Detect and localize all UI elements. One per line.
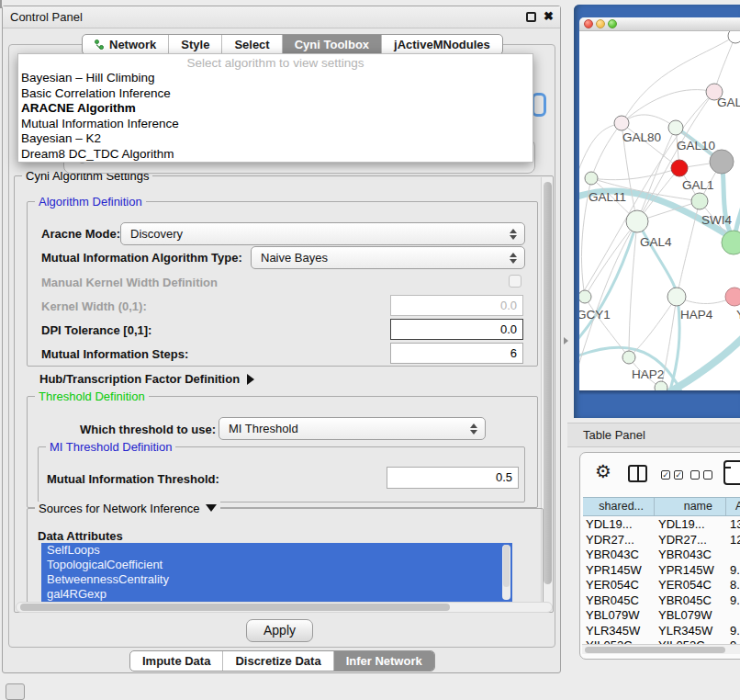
scrollbar-thumb[interactable] bbox=[503, 545, 510, 587]
tab-impute-data[interactable]: Impute Data bbox=[130, 651, 222, 671]
network-icon bbox=[95, 40, 105, 51]
table-row[interactable]: YER054C YER054C 8. bbox=[583, 578, 740, 593]
columns-icon[interactable] bbox=[628, 465, 647, 482]
node-label: GAL11 bbox=[589, 190, 626, 204]
select-all-icon[interactable]: ✓✓ bbox=[661, 470, 683, 480]
cell: 9. bbox=[726, 593, 740, 609]
float-icon[interactable] bbox=[526, 12, 536, 22]
mi-steps-field[interactable]: 6 bbox=[390, 343, 523, 364]
tab-infer-network[interactable]: Infer Network bbox=[333, 651, 434, 671]
mi-threshold-label: Mutual Information Threshold: bbox=[47, 472, 219, 486]
node-salmon[interactable] bbox=[725, 288, 740, 306]
column-header[interactable]: A bbox=[726, 498, 740, 515]
node-gray[interactable] bbox=[710, 150, 734, 174]
close-icon[interactable]: ✖ bbox=[544, 9, 554, 23]
group-title: Algorithm Definition bbox=[35, 195, 146, 209]
node-gal80[interactable] bbox=[614, 116, 629, 130]
gear-icon[interactable]: ⚙ bbox=[595, 460, 611, 482]
algorithm-option[interactable]: Basic Correlation Inference bbox=[18, 86, 533, 102]
table-row[interactable]: YBR045C YBR045C 9. bbox=[583, 593, 740, 609]
scrollbar-thumb[interactable] bbox=[20, 604, 450, 611]
minimize-traffic-light[interactable] bbox=[596, 19, 605, 28]
node-hap2[interactable] bbox=[622, 351, 635, 364]
mi-threshold-field[interactable]: 0.5 bbox=[387, 467, 519, 489]
node-label: HAP2 bbox=[632, 367, 664, 381]
dpi-tolerance-field[interactable]: 0.0 bbox=[390, 319, 523, 340]
tab-label: Infer Network bbox=[346, 651, 422, 671]
control-panel-titlebar: Control Panel ✖ bbox=[3, 6, 560, 28]
cell: YBR045C bbox=[583, 593, 655, 609]
algorithm-option[interactable]: Bayesian – Hill Climbing bbox=[18, 71, 533, 86]
network-canvas[interactable]: GAL GAL80 GAL10 GAL1 GAL11 SWI4 GAL4 GCY… bbox=[579, 31, 740, 390]
node-gal4[interactable] bbox=[626, 210, 648, 232]
cell: YBL079W bbox=[655, 608, 726, 624]
manual-kernel-label: Manual Kernel Width Definition bbox=[41, 276, 218, 289]
window-titlebar[interactable] bbox=[579, 17, 740, 31]
sources-toggle[interactable]: Sources for Network Inference bbox=[35, 502, 220, 515]
column-header[interactable]: shared... bbox=[583, 498, 655, 515]
algorithm-option[interactable]: Dream8 DC_TDC Algorithm bbox=[18, 147, 533, 163]
settings-horizontal-scrollbar[interactable] bbox=[16, 602, 553, 613]
algorithm-option[interactable]: Mutual Information Inference bbox=[18, 117, 533, 132]
algorithm-option-selected[interactable]: ARACNE Algorithm bbox=[18, 101, 533, 117]
algorithm-combo-spinner[interactable] bbox=[532, 93, 546, 117]
table-row[interactable]: YDL19... YDL19... 13 bbox=[583, 517, 740, 533]
hub-definition-toggle[interactable]: Hub/Transcription Factor Definition bbox=[39, 372, 254, 386]
deselect-all-icon[interactable] bbox=[690, 470, 712, 480]
tab-jactivemnodules[interactable]: jActiveMNodules bbox=[381, 35, 502, 54]
cell: YER054C bbox=[583, 578, 655, 593]
apply-button[interactable]: Apply bbox=[246, 619, 313, 642]
close-traffic-light[interactable] bbox=[584, 19, 593, 28]
kernel-width-field: 0.0 bbox=[390, 295, 523, 316]
column-header[interactable]: name bbox=[655, 498, 726, 515]
node-hap4[interactable] bbox=[667, 288, 686, 306]
data-attributes-list: SelfLoops TopologicalCoefficient Between… bbox=[41, 543, 512, 604]
node-partial-top[interactable] bbox=[728, 31, 740, 43]
tab-network[interactable]: Network bbox=[83, 35, 168, 54]
data-attributes-label: Data Attributes bbox=[38, 529, 123, 543]
list-vertical-scrollbar[interactable] bbox=[502, 545, 510, 600]
table-horizontal-scrollbar[interactable] bbox=[582, 644, 740, 654]
tab-select[interactable]: Select bbox=[221, 35, 281, 54]
cell: YPR145W bbox=[655, 563, 726, 579]
expanded-arrow-icon bbox=[206, 504, 217, 512]
node-gal10[interactable] bbox=[668, 120, 683, 135]
bottom-left-widget[interactable] bbox=[6, 683, 25, 700]
table-row[interactable]: YDR27... YDR27... 12 bbox=[583, 533, 740, 548]
table-row[interactable]: YLR345W YLR345W 9. bbox=[583, 624, 740, 639]
list-item[interactable]: TopologicalCoefficient bbox=[41, 558, 512, 572]
bottom-tab-bar: Impute Data Discretize Data Infer Networ… bbox=[129, 650, 435, 672]
screen: Control Panel ✖ Network Style Select Cyn… bbox=[0, 0, 740, 700]
node-gal11[interactable] bbox=[585, 172, 598, 185]
table-row[interactable]: YBL079W YBL079W bbox=[583, 608, 740, 624]
list-item[interactable]: SelfLoops bbox=[41, 543, 512, 558]
mi-type-combobox[interactable]: Naive Bayes bbox=[251, 246, 525, 269]
collapsed-arrow-icon bbox=[247, 374, 254, 385]
aracne-mode-combobox[interactable]: Discovery bbox=[120, 222, 525, 245]
list-item[interactable]: gal4RGexp bbox=[41, 587, 512, 602]
scrollbar-thumb[interactable] bbox=[544, 182, 552, 584]
tab-style[interactable]: Style bbox=[168, 35, 221, 54]
node-red[interactable] bbox=[671, 160, 688, 176]
node-gcy1[interactable] bbox=[579, 290, 591, 303]
combo-value: MI Threshold bbox=[229, 422, 298, 435]
cell: YLR345W bbox=[655, 624, 726, 639]
node-swi4[interactable] bbox=[691, 193, 708, 209]
which-threshold-combobox[interactable]: MI Threshold bbox=[219, 417, 486, 440]
kernel-width-label: Kernel Width (0,1): bbox=[41, 299, 147, 313]
node-label: GAL bbox=[717, 96, 740, 109]
zoom-traffic-light[interactable] bbox=[608, 19, 617, 28]
table-function-icon[interactable] bbox=[723, 460, 740, 485]
tab-discretize-data[interactable]: Discretize Data bbox=[222, 651, 332, 671]
node-label: GAL1 bbox=[682, 178, 714, 192]
list-item[interactable]: BetweennessCentrality bbox=[41, 572, 512, 587]
scrollbar-thumb[interactable] bbox=[585, 647, 725, 653]
algorithm-option[interactable]: Bayesian – K2 bbox=[18, 131, 533, 147]
table-row[interactable]: YBR043C YBR043C bbox=[583, 548, 740, 563]
node-partial-bottom[interactable] bbox=[655, 381, 667, 390]
tab-cyni-toolbox[interactable]: Cyni Toolbox bbox=[282, 35, 381, 54]
node-label: HAP4 bbox=[680, 308, 713, 322]
node-label: GAL80 bbox=[622, 130, 661, 144]
table-row[interactable]: YPR145W YPR145W 9. bbox=[583, 563, 740, 579]
splitter-collapse-arrow[interactable] bbox=[564, 337, 568, 344]
